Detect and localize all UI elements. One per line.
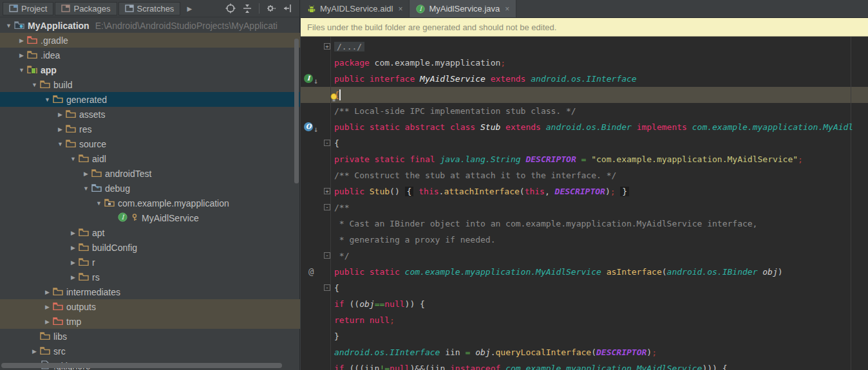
code-line[interactable]: - */ [301,248,868,264]
interface-implemented-icon[interactable]: I [304,74,313,83]
expander-right-icon[interactable]: ▶ [17,37,26,44]
expander-right-icon[interactable]: ▶ [68,274,78,281]
expander-right-icon[interactable]: ▶ [68,230,78,236]
expander-down-icon[interactable]: ▼ [55,141,65,147]
expander-right-icon[interactable]: ▶ [17,52,26,59]
tree-item-generated[interactable]: ▼generated [0,92,300,107]
code-line[interactable]: { [301,87,868,103]
tree-item-label: tmp [66,317,81,327]
fold-marker-icon[interactable]: - [324,204,330,210]
fold-marker-icon[interactable]: - [324,252,330,259]
code-line[interactable]: private static final java.lang.String DE… [301,151,868,167]
project-tree-horizontal-scrollbar[interactable] [1,363,282,368]
gutter: I↓ [301,71,330,87]
expander-right-icon[interactable]: ▶ [68,259,78,266]
hide-panel-icon[interactable] [283,3,293,14]
code-line[interactable]: } [301,328,868,344]
code-line[interactable]: package com.example.myapplication; [301,55,868,71]
code-line[interactable]: I↓public interface MyAidlService extends… [301,71,868,87]
code-line[interactable]: if ((obj==null)) { [301,296,868,312]
expander-right-icon[interactable]: ▶ [55,111,65,118]
tree-item-myaidlservice[interactable]: IMyAidlService [0,210,300,225]
folder-icon [66,124,76,134]
code-line[interactable]: if (((iin!=null)&&(iin instanceof com.ex… [301,360,868,370]
code-line[interactable]: +/.../ [301,39,868,55]
tree-item-source[interactable]: ▼source [0,136,300,151]
code-line[interactable]: * Cast an IBinder object into an com.exa… [301,216,868,232]
project-tree-vertical-scrollbar[interactable] [294,39,299,183]
class-subclassed-icon[interactable]: O [304,122,313,131]
tree-item-res[interactable]: ▶res [0,122,300,136]
tree-item-apt[interactable]: ▶apt [0,225,300,240]
tree-item-label: MyApplication [28,21,90,31]
code-line[interactable]: return null; [301,312,868,328]
locate-file-icon[interactable] [225,3,236,14]
toolbar-actions [225,3,299,14]
view-tab-packages[interactable]: Packages [55,2,117,15]
tree-item-build[interactable]: ▼build [0,77,300,92]
view-tab-project[interactable]: Project [3,2,53,15]
fold-marker-icon[interactable]: - [324,284,330,291]
expander-down-icon[interactable]: ▼ [42,97,52,103]
close-tab-icon[interactable]: × [505,5,509,14]
code-line[interactable]: android.os.IInterface iin = obj.queryLoc… [301,344,868,360]
tree-item--gradle[interactable]: ▶.gradle [0,33,300,48]
expander-right-icon[interactable]: ▶ [42,304,52,310]
tree-item-com-example-myapplication[interactable]: ▼com.example.myapplication [0,196,300,210]
collapse-all-icon[interactable] [242,3,252,14]
tab-myaidlservice-aidl[interactable]: MyAIDLService.aidl × [301,0,410,17]
code-line[interactable]: O↓public static abstract class Stub exte… [301,119,868,135]
expander-down-icon[interactable]: ▼ [4,23,14,29]
tree-item-debug[interactable]: ▼*debug [0,181,300,196]
expander-right-icon[interactable]: ▶ [81,171,91,177]
code-line[interactable]: -{ [301,280,868,296]
tree-item-outputs[interactable]: ▶outputs [0,299,300,314]
code-line[interactable]: /** Construct the stub at attach it to t… [301,167,868,183]
view-tab-scratches[interactable]: Scratches [118,2,181,15]
tree-item-rs[interactable]: ▶rs [0,270,300,284]
gutter [301,328,330,344]
tree-item--idea[interactable]: ▶.idea [0,48,300,62]
expander-right-icon[interactable]: ▶ [42,289,52,295]
expander-down-icon[interactable]: ▼ [94,200,104,207]
code-text: public interface MyAidlService extends a… [334,71,637,87]
close-tab-icon[interactable]: × [398,5,402,14]
tree-item-androidtest[interactable]: ▶androidTest [0,166,300,181]
code-line[interactable]: /** Local-side IPC implementation stub c… [301,103,868,119]
tree-item-src[interactable]: ▶src [0,344,300,358]
fold-marker-icon[interactable]: + [324,43,330,50]
expander-right-icon[interactable]: ▶ [55,126,65,133]
code-line[interactable]: -/** [301,199,868,216]
tree-item-assets[interactable]: ▶assets [0,107,300,122]
code-line[interactable]: -{ [301,135,868,151]
tree-item-myapplication[interactable]: ▼MyApplicationE:\Android\AndroidStudioPr… [0,18,300,33]
tree-item-buildconfig[interactable]: ▶buildConfig [0,240,300,255]
folder-icon [66,139,76,149]
folder-icon [79,257,89,268]
expander-right-icon[interactable]: ▶ [68,245,78,251]
code-line[interactable]: @public static com.example.myapplication… [301,264,868,280]
fold-marker-icon[interactable]: + [324,188,330,194]
code-line[interactable]: * generating a proxy if needed. [301,232,868,248]
tree-item-aidl[interactable]: ▼aidl [0,151,300,166]
expander-right-icon[interactable]: ▶ [30,348,39,355]
more-views-chevron-icon[interactable]: ▶ [187,5,192,12]
tree-item-app[interactable]: ▼app [0,62,300,77]
tree-item-tmp[interactable]: ▶tmp [0,314,300,329]
excluded-folder-icon [27,35,37,46]
expander-down-icon[interactable]: ▼ [81,185,91,192]
expander-right-icon[interactable]: ▶ [42,319,52,325]
code-line[interactable]: +public Stub() { this.attachInterface(th… [301,183,868,199]
tab-myaidlservice-java[interactable]: I MyAidlService.java × [410,0,516,17]
expander-down-icon[interactable]: ▼ [17,67,26,73]
gutter [301,232,330,248]
tree-item-intermediates[interactable]: ▶intermediates [0,284,300,299]
fold-marker-icon[interactable]: - [324,140,330,146]
settings-gear-icon[interactable] [266,3,276,14]
tree-item-libs[interactable]: libs [0,329,300,344]
expander-down-icon[interactable]: ▼ [30,82,39,88]
tree-item-r[interactable]: ▶r [0,255,300,270]
expander-down-icon[interactable]: ▼ [68,156,78,162]
code-editor[interactable]: +/.../package com.example.myapplication;… [301,37,868,370]
tree-item-label: build [53,80,73,90]
